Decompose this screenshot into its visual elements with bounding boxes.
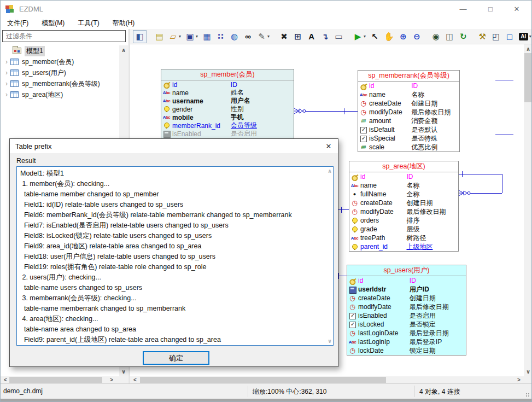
scroll-up-icon[interactable]: ∧	[524, 45, 532, 53]
field-row-modifyDate[interactable]: ◷modifyDate最后修改日期	[358, 108, 459, 116]
dropdown-arrow-icon[interactable]: ▾	[196, 34, 198, 39]
relation-edge-stub[interactable]	[495, 80, 513, 80]
field-row-userIdstr[interactable]: userIdstr用户ID	[347, 285, 466, 294]
table-sp_member[interactable]: sp_member(会员)idIDAbcname姓名Abcusername用户名…	[161, 69, 294, 143]
dropdown-arrow-icon[interactable]: ▾	[267, 34, 270, 39]
scroll-down-icon[interactable]: ∨	[120, 368, 127, 375]
zoom-out-button[interactable]: ⊖	[411, 30, 423, 43]
scroll-up-icon[interactable]: ∧	[120, 46, 127, 54]
relation-edge-stub[interactable]	[495, 135, 513, 135]
field-row-isDefault[interactable]: isDefault是否默认	[358, 125, 459, 134]
scroll-down-icon[interactable]: ∨	[524, 368, 532, 375]
table-title[interactable]: sp_users(用户)	[347, 265, 466, 276]
field-row-createDate[interactable]: ◷createDate创建日期	[358, 99, 459, 108]
save-button[interactable]: ▣▾	[184, 30, 200, 43]
scroll-right-icon[interactable]: >	[108, 376, 115, 383]
cursor-button[interactable]: ↖	[369, 30, 381, 43]
tree-item-sp-area[interactable]: › sp_area(地区)	[1, 89, 119, 100]
field-row-modifyDate[interactable]: ◷modifyDate最后修改日期	[349, 207, 458, 216]
field-row-id[interactable]: idID	[347, 276, 466, 285]
field-row-id[interactable]: idID	[349, 172, 458, 181]
table-sp_memberrank[interactable]: sp_memberrank(会员等级)idIDAbcname名称◷createD…	[358, 70, 460, 152]
open-folder-button[interactable]: ▱▾	[167, 30, 183, 43]
scrollbar-thumb[interactable]	[140, 377, 386, 383]
table-title[interactable]: sp_member(会员)	[161, 69, 294, 80]
table-title[interactable]: sp_memberrank(会员等级)	[358, 71, 459, 81]
scroll-down-icon[interactable]: ∨	[328, 338, 332, 344]
tree-nodes-button[interactable]: ∷	[214, 30, 227, 43]
resize-grip[interactable]	[526, 393, 530, 398]
zoom-in-button[interactable]: ⊕	[397, 30, 410, 43]
field-row-isSpecial[interactable]: isSpecial是否特殊	[358, 134, 459, 143]
wrench-add-button[interactable]: ⚒	[476, 30, 489, 43]
new-file-button[interactable]: ▤	[153, 30, 166, 43]
scroll-left-icon[interactable]: <	[131, 376, 139, 383]
new-table-button[interactable]: ⊞	[291, 30, 304, 43]
field-row-username[interactable]: Abcusername用户名	[161, 97, 294, 105]
tree-item-sp-member[interactable]: › sp_member(会员)	[1, 56, 119, 67]
dropdown-arrow-icon[interactable]: ▾	[529, 34, 531, 39]
tree-root-label[interactable]: 模型1	[25, 46, 45, 56]
tree-item-sp-users[interactable]: › sp_users(用户)	[1, 67, 119, 78]
field-row-id[interactable]: idID	[358, 81, 459, 90]
field-row-isEnabled[interactable]: isEnabled是否启用	[347, 311, 466, 320]
menu-help[interactable]: 帮助(H)	[106, 19, 142, 28]
delete-x-button[interactable]: ✖	[278, 30, 290, 43]
table-title[interactable]: sp_area(地区)	[349, 161, 458, 172]
scrollbar-thumb[interactable]	[524, 53, 532, 102]
eye-button[interactable]: ◉	[430, 30, 442, 43]
field-row-orders[interactable]: orders排序	[349, 216, 458, 225]
table-sp_area[interactable]: sp_area(地区)idIDAbcname名称●fullName全称◷crea…	[349, 161, 459, 252]
run-play-button[interactable]: ▶▾	[352, 30, 367, 43]
chevron-right-icon[interactable]: ›	[3, 69, 10, 77]
chevron-right-icon[interactable]: ›	[3, 58, 10, 66]
field-row-grade[interactable]: grade层级	[349, 225, 458, 234]
field-row-createDate[interactable]: ◷createDate创建日期	[347, 294, 466, 302]
pan-hand-button[interactable]: ✋	[382, 30, 396, 43]
relation-member-memberrank[interactable]	[304, 111, 358, 112]
sidebar-horizontal-scrollbar[interactable]: < >	[1, 376, 128, 383]
scroll-right-icon[interactable]: >	[515, 376, 523, 383]
field-row-lastLoginIp[interactable]: AbclastLoginIp最后登录IP	[347, 337, 466, 346]
table-sp_users[interactable]: sp_users(用户)idIDuserIdstr用户ID◷createDate…	[347, 265, 466, 356]
field-row-fullName[interactable]: ●fullName全称	[349, 190, 458, 199]
field-row-treePath[interactable]: AbctreePath树路径	[349, 234, 458, 242]
field-row-amount[interactable]: ##amount消费金额	[358, 116, 459, 125]
tree-item-label[interactable]: sp_area(地区)	[22, 90, 63, 100]
pencil-button[interactable]: ✎▾	[255, 30, 271, 43]
globe-button[interactable]: ◍	[228, 30, 241, 43]
canvas-horizontal-scrollbar[interactable]: < >	[130, 376, 524, 383]
select-area-button[interactable]: ◻	[504, 30, 516, 43]
tree-item-label[interactable]: sp_users(用户)	[22, 68, 66, 78]
relation-connector-button[interactable]: ↴	[319, 30, 331, 43]
export-print-button[interactable]: ◫	[443, 30, 456, 43]
field-row-lastLoginDate[interactable]: ◷lastLoginDate最后登录日期	[347, 329, 466, 337]
minimize-button[interactable]: —	[451, 1, 475, 17]
relation-area-self[interactable]	[502, 174, 502, 193]
dialog-title-bar[interactable]: Table prefix ✕	[10, 139, 338, 153]
ok-button[interactable]: 确定	[143, 351, 209, 365]
tree-item-label[interactable]: sp_memberrank(会员等级)	[22, 79, 100, 89]
chevron-right-icon[interactable]: ›	[3, 80, 10, 88]
dialog-close-icon[interactable]: ✕	[319, 142, 338, 150]
scroll-up-icon[interactable]: ∧	[328, 168, 332, 174]
panel-toggle-button[interactable]: ◧	[133, 30, 147, 43]
scroll-left-icon[interactable]: <	[2, 376, 9, 383]
dropdown-arrow-icon[interactable]: ▾	[364, 34, 366, 39]
refresh-button[interactable]: ↻	[457, 30, 470, 43]
menu-file[interactable]: 文件(F)	[1, 19, 35, 28]
tree-item-sp-memberrank[interactable]: › sp_memberrank(会员等级)	[1, 78, 119, 89]
field-row-memberRank_id[interactable]: memberRank_id会员等级	[161, 121, 294, 130]
dropdown-arrow-icon[interactable]: ▾	[179, 34, 181, 39]
ai-button[interactable]: AI▾	[517, 30, 532, 43]
field-row-createDate[interactable]: ◷createDate创建日期	[349, 199, 458, 207]
field-row-scale[interactable]: ##scale优惠比例	[358, 143, 459, 152]
result-memo[interactable]: Model1: 模型1 1. member(会员): checking... t…	[16, 166, 334, 346]
tree-item-label[interactable]: sp_member(会员)	[22, 57, 74, 67]
field-row-parent_id[interactable]: parent_id上级地区	[349, 242, 458, 251]
field-row-isEnabled[interactable]: isEnabled是否启用	[161, 130, 294, 138]
field-row-isLocked[interactable]: isLocked是否锁定	[347, 320, 466, 329]
canvas-vertical-scrollbar[interactable]: ∧ ∨	[524, 44, 532, 376]
relation-area-self[interactable]	[469, 193, 502, 194]
relation-area-self[interactable]	[459, 174, 502, 174]
